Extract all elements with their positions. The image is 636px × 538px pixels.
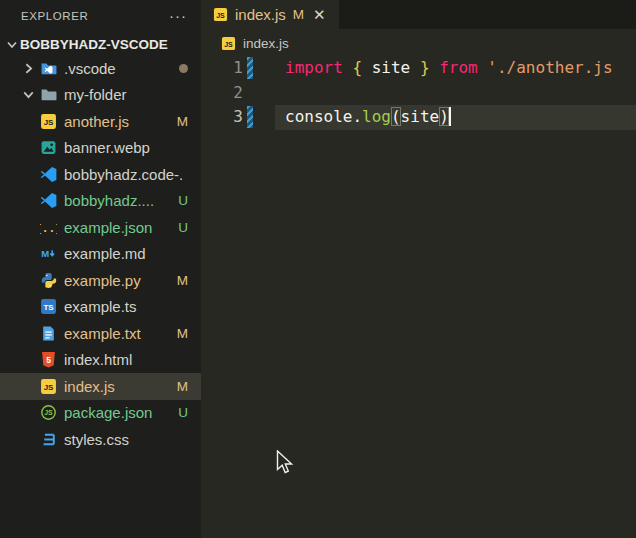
tree-item-another-js[interactable]: JSanother.jsM	[0, 108, 201, 135]
tree-item-example-json[interactable]: {..}example.jsonU	[0, 214, 201, 241]
node-icon: JS	[40, 404, 57, 421]
token: console.	[285, 107, 362, 126]
text-caret	[449, 107, 452, 126]
tree-item--vscode[interactable]: .vscode	[0, 55, 201, 82]
token: {	[352, 58, 362, 77]
modified-contents-dot	[179, 61, 188, 76]
tree-item-my-folder[interactable]: my-folder	[0, 82, 201, 109]
token: )	[439, 107, 449, 126]
vscode-logo-icon	[40, 192, 57, 209]
txt-icon	[40, 325, 57, 342]
token: from	[439, 58, 478, 77]
item-label: styles.css	[64, 431, 182, 448]
code-line-3: 3console.log(site)	[201, 105, 636, 130]
token: }	[420, 58, 430, 77]
explorer-sidebar: EXPLORER ··· BOBBYHADZ-VSCODE .vscodemy-…	[0, 0, 201, 538]
tree-item-package-json[interactable]: JSpackage.jsonU	[0, 400, 201, 427]
code-editor[interactable]: 1import { site } from './another.js23con…	[201, 55, 636, 538]
svg-text:JS: JS	[44, 410, 53, 417]
js-icon: JS	[221, 36, 236, 51]
chevron-down-icon	[4, 36, 20, 53]
chevron-down-icon	[20, 86, 40, 103]
js-icon: JS	[40, 378, 57, 395]
chevron-right-icon	[20, 60, 40, 77]
more-actions-icon[interactable]: ···	[169, 11, 187, 21]
tab-index-js[interactable]: JS index.js M ✕	[201, 0, 339, 29]
svg-text:TS: TS	[43, 303, 53, 312]
html-icon: 5	[40, 351, 57, 368]
svg-text:5: 5	[46, 355, 51, 365]
js-icon: JS	[213, 7, 228, 22]
line-number: 2	[201, 81, 243, 106]
code-line-2: 2	[201, 81, 636, 106]
tree-item-example-md[interactable]: Mexample.md	[0, 241, 201, 268]
tree-item-index-html[interactable]: 5index.html	[0, 347, 201, 374]
tree-item-bobbyhadz-code-[interactable]: bobbyhadz.code-...	[0, 161, 201, 188]
item-label: example.json	[64, 219, 172, 236]
code-text: console.log(site)	[285, 105, 636, 130]
item-label: index.html	[64, 351, 182, 368]
item-label: my-folder	[64, 86, 182, 103]
item-label: banner.webp	[64, 139, 182, 156]
close-icon[interactable]: ✕	[313, 7, 326, 22]
item-label: example.ts	[64, 298, 182, 315]
gutter-modified-indicator	[247, 57, 253, 79]
token	[430, 58, 440, 77]
tab-bar: JS index.js M ✕	[201, 0, 636, 29]
vscode-folder-icon	[40, 60, 57, 77]
token: './another.js	[487, 58, 612, 77]
explorer-title: EXPLORER	[21, 10, 88, 22]
git-status-badge: U	[178, 405, 188, 420]
file-tree: .vscodemy-folderJSanother.jsMbanner.webp…	[0, 55, 201, 453]
folder-icon	[40, 86, 57, 103]
git-status-badge: U	[178, 193, 188, 208]
tree-item-example-txt[interactable]: example.txtM	[0, 320, 201, 347]
git-status-badge: M	[177, 273, 188, 288]
token	[343, 58, 353, 77]
item-label: .vscode	[64, 60, 173, 77]
mouse-cursor	[276, 450, 296, 480]
image-icon	[40, 139, 57, 156]
tab-label: index.js	[235, 6, 286, 23]
tree-item-example-ts[interactable]: TSexample.ts	[0, 294, 201, 321]
breadcrumb[interactable]: JS index.js	[201, 31, 636, 55]
tree-item-bobbyhadz-[interactable]: bobbyhadz....U	[0, 188, 201, 215]
explorer-header: EXPLORER ···	[0, 0, 201, 26]
code-text: import { site } from './another.js	[285, 56, 636, 81]
git-status-badge: M	[177, 326, 188, 341]
tree-item-example-py[interactable]: example.pyM	[0, 267, 201, 294]
item-label: package.json	[64, 404, 172, 421]
gutter-modified-indicator	[247, 106, 253, 128]
section-header-bobbyhadz-vscode[interactable]: BOBBYHADZ-VSCODE	[0, 32, 201, 56]
ts-icon: TS	[40, 298, 57, 315]
git-status-badge: U	[178, 220, 188, 235]
json-icon: {..}	[40, 219, 57, 236]
code-line-1: 1import { site } from './another.js	[201, 56, 636, 81]
line-number: 1	[201, 56, 243, 81]
tree-item-banner-webp[interactable]: banner.webp	[0, 135, 201, 162]
section-label: BOBBYHADZ-VSCODE	[20, 37, 168, 52]
js-icon: JS	[40, 113, 57, 130]
css-icon	[40, 431, 57, 448]
token: (	[391, 107, 401, 126]
git-status-badge: M	[177, 379, 188, 394]
svg-text:JS: JS	[44, 118, 54, 127]
tree-item-index-js[interactable]: JSindex.jsM	[0, 373, 201, 400]
item-label: bobbyhadz.code-...	[64, 166, 182, 183]
git-status-badge: M	[177, 114, 188, 129]
markdown-icon: M	[40, 245, 57, 262]
line-number: 3	[201, 105, 243, 130]
python-icon	[40, 272, 57, 289]
item-label: index.js	[64, 378, 171, 395]
tree-item-styles-css[interactable]: styles.css	[0, 426, 201, 453]
item-label: another.js	[64, 113, 171, 130]
svg-text:M: M	[41, 248, 49, 259]
token: import	[285, 58, 343, 77]
svg-text:JS: JS	[44, 383, 54, 392]
item-label: example.md	[64, 245, 182, 262]
svg-text:JS: JS	[216, 12, 225, 19]
item-label: example.txt	[64, 325, 171, 342]
breadcrumb-label: index.js	[243, 36, 289, 51]
token: log	[362, 107, 391, 126]
tab-modified-badge: M	[293, 7, 304, 22]
